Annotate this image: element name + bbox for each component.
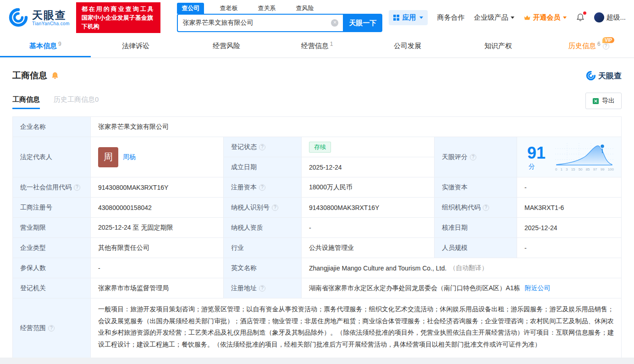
- business-info-table: 企业名称 张家界芒果文旅有限公司 法定代表人 周 周杨 登记状态: [12, 116, 622, 358]
- search-tab-risk[interactable]: 查风险: [291, 3, 318, 14]
- tick: 15: [571, 167, 575, 171]
- help-icon[interactable]: [259, 184, 265, 191]
- search-tab-relation[interactable]: 查关系: [253, 3, 280, 14]
- field-label-text: 人员规模: [442, 244, 468, 252]
- help-icon[interactable]: [470, 154, 476, 160]
- field-label-text: 经营范围: [20, 324, 46, 332]
- menu-open-vip[interactable]: 开通会员: [524, 13, 567, 22]
- credit-code-value: 91430800MAK3RXT16Y: [91, 177, 224, 197]
- apps-menu[interactable]: 应用: [389, 10, 428, 25]
- field-label-text: 成立日期: [231, 163, 257, 171]
- paid-capital-label: 实缴资本: [435, 177, 517, 197]
- score-value: 91分: [517, 137, 621, 177]
- help-icon[interactable]: [272, 204, 278, 211]
- promo-line1: 都在用的商业查询工具: [82, 5, 155, 13]
- table-row: 登记机关 张家界市市场监督管理局 注册地址 湖南省张家界市永定区永定办事处回龙居…: [13, 278, 621, 298]
- tab-basic-info[interactable]: 基本信息 9: [0, 35, 91, 57]
- industry-value: 公共设施管理业: [302, 238, 435, 258]
- super-vip-label: 超级...: [606, 13, 626, 22]
- tab-history-info[interactable]: 历史信息 6 VIP: [543, 35, 634, 57]
- search-tab-company[interactable]: 查公司: [177, 3, 204, 14]
- help-icon[interactable]: [603, 43, 609, 50]
- tab-legal-litigation[interactable]: 法律诉讼: [91, 35, 182, 57]
- reg-authority-value: 张家界市市场监督管理局: [91, 278, 224, 298]
- legal-rep-avatar[interactable]: 周: [98, 147, 118, 167]
- menu-super-vip[interactable]: 超级...: [594, 12, 626, 22]
- tianyancha-logo-icon: [8, 7, 28, 28]
- clear-search-icon[interactable]: ×: [331, 19, 338, 27]
- reg-number-label: 工商注册号: [13, 198, 91, 217]
- search-button[interactable]: 天眼一下: [343, 14, 382, 32]
- search-input[interactable]: [182, 19, 331, 27]
- field-label-text: 统一社会信用代码: [20, 183, 72, 192]
- field-label-text: 法定代表人: [20, 153, 52, 161]
- taxpayer-id-value: 91430800MAK3RXT16Y: [302, 198, 435, 217]
- apps-label: 应用: [402, 13, 416, 22]
- subtabs-row: 工商信息 历史工商信息0 导出: [12, 93, 622, 112]
- field-label-text: 纳税人识别号: [231, 204, 270, 212]
- table-row: 工商注册号 430800000158042 纳税人识别号 91430800MAK…: [13, 198, 621, 218]
- table-subrow: 登记状态 存续: [224, 137, 435, 157]
- promo-line2: 国家中小企业发展子基金旗下机构: [82, 13, 155, 31]
- insured-count-label: 参保人数: [13, 258, 91, 278]
- industry-label: 行业: [224, 238, 302, 258]
- table-row: 参保人数 - 英文名称 Zhangjiajie Mango Culture an…: [13, 258, 621, 278]
- score-unit-text: 分: [529, 163, 535, 170]
- field-label-text: 参保人数: [20, 264, 46, 272]
- insured-count-value: -: [91, 258, 224, 278]
- notification-dot: [583, 11, 586, 15]
- tick: 50: [579, 167, 583, 171]
- approval-date-label: 核准日期: [435, 218, 517, 237]
- score-num-text: 91: [527, 143, 546, 162]
- user-avatar: [594, 12, 604, 22]
- business-scope-label: 经营范围: [13, 298, 91, 358]
- reg-capital-label: 注册资本: [224, 177, 302, 197]
- tab-intellectual-property[interactable]: 知识产权: [453, 35, 544, 57]
- menu-enterprise-products[interactable]: 企业级产品: [474, 13, 514, 22]
- score-chart-ticks: 0 1 3 15 50 85 97 99 100: [555, 167, 614, 171]
- score-label: 天眼评分: [435, 137, 517, 177]
- help-icon[interactable]: [259, 285, 265, 292]
- score-curve-chart: [555, 143, 614, 167]
- legal-rep-link[interactable]: 周杨: [123, 153, 136, 161]
- subscribe-bell-icon[interactable]: [51, 72, 59, 80]
- score-number: 91分: [527, 143, 548, 171]
- subtab-business-registration[interactable]: 工商信息: [12, 95, 40, 109]
- help-icon[interactable]: [483, 204, 489, 211]
- legal-rep-value: 周 周杨: [91, 137, 224, 177]
- reg-address-value: 湖南省张家界市永定区永定办事处回龙居委会（南门口特色街区A区）A1栋 附近公司: [302, 278, 621, 298]
- help-icon[interactable]: [259, 144, 265, 150]
- tianyancha-logo[interactable]: 天眼查 TianYanCha.com: [8, 7, 70, 28]
- search-tab-boss[interactable]: 查老板: [215, 3, 242, 14]
- export-button[interactable]: 导出: [585, 93, 622, 109]
- menu-business-cooperation[interactable]: 商务合作: [437, 13, 464, 22]
- score-chart: 0 1 3 15 50 85 97 99 100: [555, 143, 614, 171]
- notifications-bell[interactable]: [576, 13, 585, 22]
- staff-size-value: -: [517, 238, 621, 258]
- tab-label: 法律诉讼: [122, 42, 149, 50]
- company-nav-tabs: 基本信息 9 法律诉讼 经营风险 经营信息 1 公司发展 知识产权 历史信息 6…: [0, 35, 634, 58]
- brand-name: 天眼查: [32, 9, 70, 21]
- subtab-history-business-registration[interactable]: 历史工商信息0: [54, 95, 99, 109]
- field-label-text: 纳税人资质: [231, 224, 263, 232]
- export-label: 导出: [602, 97, 615, 105]
- section-title: 工商信息: [12, 70, 47, 82]
- tab-count: 9: [58, 41, 61, 47]
- nearby-companies-link[interactable]: 附近公司: [524, 284, 550, 292]
- tianyancha-watermark: 天眼查: [586, 71, 622, 81]
- establish-date-label: 成立日期: [224, 157, 302, 177]
- tick: 99: [601, 167, 605, 171]
- tick: 0: [555, 167, 557, 171]
- page: 天眼查 TianYanCha.com 都在用的商业查询工具 国家中小企业发展子基…: [0, 0, 634, 358]
- table-row: 营业期限 2025-12-24 至 无固定期限 纳税人资质 - 核准日期 202…: [13, 218, 621, 238]
- help-icon[interactable]: [74, 184, 80, 191]
- reg-authority-label: 登记机关: [13, 278, 91, 298]
- help-icon[interactable]: [48, 325, 55, 331]
- approval-date-value: 2025-12-24: [517, 218, 621, 237]
- tab-business-risk[interactable]: 经营风险: [181, 35, 272, 57]
- tab-company-development[interactable]: 公司发展: [362, 35, 453, 57]
- field-label-text: 企业名称: [20, 123, 46, 131]
- tab-business-info[interactable]: 经营信息 1: [272, 35, 363, 57]
- chevron-down-icon: [563, 17, 567, 19]
- taxpayer-quality-label: 纳税人资质: [224, 218, 302, 237]
